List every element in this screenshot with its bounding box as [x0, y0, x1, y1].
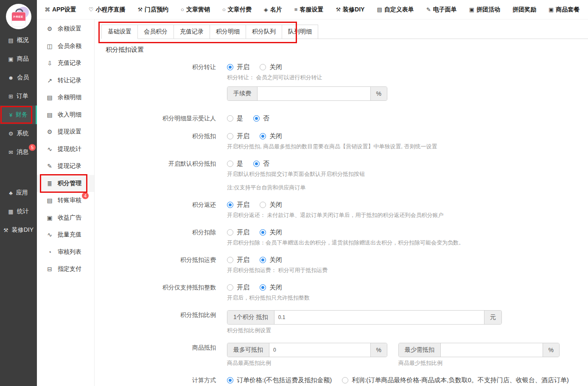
submenu-item-积分管理[interactable]: ≣ 积分管理	[37, 175, 94, 192]
topnav-item-门店预约[interactable]: ⚒ 门店预约	[137, 6, 168, 14]
radio-option[interactable]: 开启	[227, 255, 249, 264]
submenu-item-余额明细[interactable]: ▤ 余额明细	[37, 89, 94, 106]
submenu-item-提现记录[interactable]: ✎ 提现记录	[37, 158, 94, 175]
radio-option[interactable]: 开启	[227, 200, 249, 209]
topnav-item-名片[interactable]: ◈ 名片	[264, 6, 282, 14]
radio-icon[interactable]	[260, 229, 266, 236]
radio-option[interactable]: 开启	[227, 228, 249, 237]
deduct-ratio-input[interactable]	[274, 311, 484, 324]
radio-option[interactable]: 关闭	[260, 255, 282, 264]
radio-icon[interactable]	[342, 377, 348, 383]
fee-input[interactable]	[258, 87, 370, 100]
radio-icon[interactable]	[260, 64, 266, 70]
radio-icon[interactable]	[227, 257, 233, 263]
tab-积分队列[interactable]: 积分队列	[246, 25, 282, 39]
sidebar-item-装修DIY[interactable]: ⚒ 装修DIY	[0, 221, 37, 239]
radio-icon[interactable]	[227, 115, 233, 122]
topnav-item-文章营销[interactable]: ○ 文章营销	[181, 6, 210, 14]
submenu-item-会员余额[interactable]: ◫ 会员余额	[37, 38, 94, 55]
sidebar-item-财务[interactable]: ¥ 财务	[0, 106, 37, 124]
submenu-item-充值记录[interactable]: ⇩ 充值记录	[37, 55, 94, 72]
submenu-item-提现统计[interactable]: ∿ 提现统计	[37, 141, 94, 158]
radio-icon[interactable]	[260, 284, 266, 291]
radio-option[interactable]: 是	[227, 114, 243, 123]
topnav-item-文章付费[interactable]: ○ 文章付费	[222, 6, 252, 14]
radio-option[interactable]: 关闭	[260, 228, 282, 237]
submenu-item-收入明细[interactable]: ▤ 收入明细	[37, 106, 94, 124]
topnav-item-装修DIY[interactable]: ⚒ 装修DIY	[336, 6, 364, 14]
field-label: 商品抵扣	[95, 343, 227, 367]
tab-充值记录[interactable]: 充值记录	[174, 25, 210, 39]
topnav-item-小程序直播[interactable]: ♡ 小程序直播	[89, 6, 126, 14]
topnav-item-label: 文章营销	[186, 6, 210, 14]
field-control: 开启 关闭 积分转让： 会员之间可以进行积分转让 手续费 %	[227, 62, 588, 101]
submenu-item-指定支付[interactable]: ⊟ 指定支付	[37, 261, 94, 278]
tab-会员积分[interactable]: 会员积分	[138, 25, 174, 39]
radio-icon[interactable]	[227, 133, 233, 139]
radio-icon[interactable]	[253, 115, 260, 122]
radio-icon[interactable]	[253, 161, 260, 167]
radio-option[interactable]: 关闭	[260, 283, 282, 292]
submenu-item-余额设置[interactable]: ⚙ 余额设置	[37, 20, 94, 38]
sidebar-item-订单[interactable]: ⊞ 订单	[0, 87, 37, 106]
radio-option[interactable]: 关闭	[260, 131, 282, 141]
tab-基础设置[interactable]: 基础设置	[101, 25, 138, 39]
topnav-item-电子面单[interactable]: ✎ 电子面单	[426, 6, 457, 14]
tab-积分明细[interactable]: 积分明细	[210, 25, 246, 39]
sidebar-item-统计[interactable]: ▦ 统计	[0, 202, 37, 221]
topnav-item-拼团活动[interactable]: ▣ 拼团活动	[469, 6, 500, 14]
radio-icon[interactable]	[227, 161, 233, 167]
image-icon: ▣	[469, 6, 474, 13]
sidebar-item-系统[interactable]: ⚙ 系统	[0, 124, 37, 143]
radio-icon[interactable]	[227, 64, 233, 70]
radio-icon[interactable]	[227, 229, 233, 236]
radio-option-label: 关闭	[269, 228, 282, 237]
submenu-item-审核列表[interactable]: ◔ 审核列表	[37, 244, 94, 261]
max-deduct-input[interactable]	[269, 343, 370, 357]
radio-option[interactable]: 是	[227, 159, 243, 168]
sidebar-item-商品[interactable]: ▣ 商品	[0, 50, 37, 68]
submenu-item-收益广告[interactable]: ▣ 收益广告	[37, 209, 94, 227]
app-logo[interactable]: FREE	[6, 4, 31, 29]
radio-option[interactable]: 关闭	[260, 62, 282, 72]
radio-icon[interactable]	[227, 202, 233, 208]
submenu-item-转让记录[interactable]: ↗ 转让记录	[37, 72, 94, 89]
sidebar-item-应用[interactable]: ♣ 应用	[0, 183, 37, 202]
radio-icon[interactable]	[260, 257, 266, 263]
topnav-item-客服设置[interactable]: ≡ 客服设置	[294, 6, 324, 14]
hammer-icon: ⚒	[336, 6, 341, 13]
radio-option[interactable]: 开启	[227, 283, 249, 292]
apps-icon: ♣	[9, 190, 13, 196]
radio-icon[interactable]	[260, 133, 266, 139]
radio-icon[interactable]	[260, 202, 266, 208]
topnav-item-APP设置[interactable]: ⌘ APP设置	[45, 6, 76, 14]
field-description: 商品最高抵扣比例	[227, 359, 387, 367]
radio-option[interactable]: 订单价格:(不包括运费及抵扣金额)	[227, 375, 332, 385]
topnav-item-商品套餐[interactable]: ▣ 商品套餐	[549, 6, 580, 14]
topnav-item-自定义表单[interactable]: ▤ 自定义表单	[377, 6, 414, 14]
sidebar-item-概况[interactable]: ▤ 概况	[0, 31, 37, 50]
apple-icon: ⌘	[45, 6, 50, 13]
tab-队列明细[interactable]: 队列明细	[282, 25, 318, 39]
input-row: 最多可抵扣 % 商品最高抵扣比例 最少需抵扣 % 商品最少抵扣比例	[227, 343, 588, 367]
radio-option[interactable]: 关闭	[260, 200, 282, 209]
radio-icon[interactable]	[227, 284, 233, 291]
document-icon: ▤	[46, 197, 53, 204]
radio-option[interactable]: 否	[253, 159, 269, 168]
submenu-item-批量充值[interactable]: ∿ 批量充值	[37, 226, 94, 244]
sidebar-item-label: 应用	[16, 189, 28, 197]
sidebar-item-会员[interactable]: ☻ 会员	[0, 68, 37, 87]
notification-badge: 4	[82, 192, 89, 199]
submenu-item-提现设置[interactable]: ⚙ 提现设置	[37, 123, 94, 141]
radio-icon[interactable]	[227, 377, 233, 383]
radio-option[interactable]: 利润:(订单商品最终价格-商品成本,负数取0。不支持门店、收银台、酒店订单)	[342, 375, 569, 385]
radio-option[interactable]: 开启	[227, 131, 249, 141]
submenu-item-转账审核[interactable]: ▤ 转账审核4	[37, 192, 94, 209]
radio-option[interactable]: 开启	[227, 62, 249, 72]
radio-option-label: 关闭	[269, 131, 282, 141]
radio-option[interactable]: 否	[253, 114, 269, 123]
topnav-item-拼团奖励[interactable]: 拼团奖励	[512, 6, 536, 14]
paw-icon: ◈	[264, 6, 268, 13]
sidebar-item-消息[interactable]: ✉ 消息5	[0, 143, 37, 161]
min-deduct-input[interactable]	[441, 343, 543, 357]
